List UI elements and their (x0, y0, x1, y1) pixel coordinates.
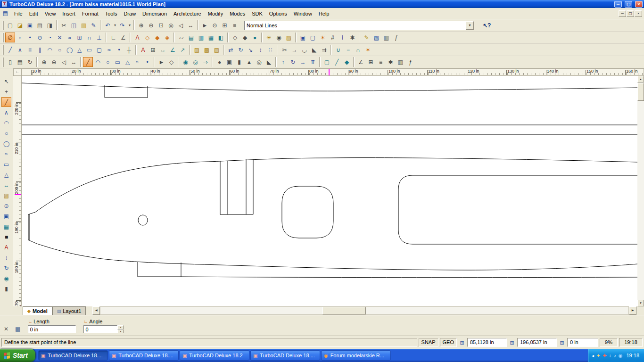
format-painter-icon[interactable]: ✎ (89, 20, 99, 30)
z-coordinate-field[interactable]: 0 in (567, 338, 598, 347)
y-coordinate-icon[interactable]: ⊞ (508, 339, 516, 346)
menu-modes[interactable]: Modes (226, 9, 248, 18)
zoom-window-icon[interactable]: ⊡ (156, 20, 166, 30)
pan-view-icon[interactable]: ↔ (69, 57, 79, 67)
polygon-icon[interactable]: △ (74, 45, 84, 55)
solid-fill-icon[interactable]: ▩ (202, 45, 212, 55)
sketch-line-icon[interactable]: ╱ (1, 97, 11, 107)
cone-icon[interactable]: ▲ (244, 57, 254, 67)
walk-through-icon[interactable]: ⇒ (200, 57, 210, 67)
group-icon[interactable]: ▣ (298, 33, 308, 42)
y-lock-icon[interactable]: ◈ (162, 33, 172, 42)
group-tool-icon[interactable]: ▣ (1, 211, 11, 221)
menu-options[interactable]: Options (266, 9, 290, 18)
measure-icon[interactable]: # (328, 33, 338, 42)
extend-icon[interactable]: → (289, 45, 299, 55)
angle-input[interactable] (83, 325, 117, 333)
sketch-ellipse-icon[interactable]: ◯ (1, 139, 11, 148)
angle-dimension-icon[interactable]: ∠ (168, 45, 178, 55)
selector-icon[interactable]: ► (200, 20, 210, 30)
snap-midpoint-icon[interactable]: • (25, 33, 35, 42)
combo-dropdown-icon[interactable]: ▼ (466, 21, 474, 30)
undo-icon[interactable]: ↶ (103, 20, 113, 30)
sketch-arc-icon[interactable]: ◠ (1, 118, 11, 128)
rotate-tool-icon[interactable]: ↻ (1, 263, 11, 273)
menu-window[interactable]: Window (290, 9, 315, 18)
mdi-close-button[interactable]: × (635, 10, 642, 17)
part-explode-icon[interactable]: ✶ (363, 45, 373, 55)
menu-insert[interactable]: Insert (59, 9, 79, 18)
messenger-icon[interactable]: ◉ (619, 353, 623, 358)
grid-toggle-icon[interactable]: ⊞ (220, 20, 230, 30)
network-icon[interactable]: ↕ (609, 353, 611, 358)
pan-icon[interactable]: ↔ (186, 20, 196, 30)
new-icon[interactable]: ▢ (5, 20, 15, 30)
length-input[interactable] (28, 325, 76, 333)
array-icon[interactable]: ∷ (265, 45, 275, 55)
extrude-icon[interactable]: ↑ (278, 57, 288, 67)
leader-icon[interactable]: ↗ (178, 45, 188, 55)
drawing-setup-icon[interactable]: ✱ (347, 33, 357, 42)
edit-node-icon[interactable]: + (1, 87, 11, 97)
taskbar-button[interactable]: ▣TurboCAD Deluxe 18.... (250, 350, 320, 361)
vertical-scrollbar[interactable]: ▲ ▼ (637, 76, 644, 306)
measure-tool-icon[interactable]: ∠ (356, 57, 366, 67)
coord-lock-icon[interactable]: ◇ (142, 33, 152, 42)
upper-panel-curve[interactable] (22, 83, 637, 91)
inspector-close-icon[interactable]: ✕ (4, 326, 8, 332)
wheel-hole[interactable] (138, 215, 148, 225)
multiline-icon[interactable]: ≡ (25, 45, 35, 55)
construction-line-icon[interactable]: ┼ (124, 45, 134, 55)
polygon-tool-icon[interactable]: △ (123, 57, 132, 67)
gradient-fill-icon[interactable]: ▧ (212, 45, 222, 55)
scroll-left-button[interactable]: ◀ (92, 306, 100, 315)
double-line-icon[interactable]: ∥ (35, 45, 45, 55)
explode-icon[interactable]: ✶ (318, 33, 328, 42)
move-tool-icon[interactable]: ↕ (1, 253, 11, 263)
box-tool-icon[interactable]: ▭ (113, 57, 123, 67)
restore-button[interactable]: ▢ (625, 1, 632, 8)
menu-edit[interactable]: Edit (26, 9, 41, 18)
snap-intersection-icon[interactable]: ✕ (55, 33, 65, 42)
text-tool-icon[interactable]: A (1, 242, 11, 252)
fuselage-bottom[interactable] (37, 244, 637, 270)
menu-help[interactable]: Help (315, 9, 333, 18)
rectangle-icon[interactable]: ▭ (84, 45, 94, 55)
point-tool-icon[interactable]: • (142, 57, 152, 67)
open-icon[interactable]: ◪ (15, 20, 25, 30)
horizontal-scrollbar[interactable] (100, 306, 629, 315)
scroll-down-button[interactable]: ▼ (637, 300, 644, 306)
scroll-right-button[interactable]: ▶ (629, 306, 636, 315)
select-icon[interactable]: ↖ (1, 76, 11, 86)
model-space-icon[interactable]: ▤ (15, 57, 25, 67)
mdi-restore-button[interactable]: ▢ (627, 10, 634, 17)
shaded-render-icon[interactable]: ● (250, 33, 260, 42)
text-icon[interactable]: A (138, 45, 148, 55)
loft-icon[interactable]: ⇈ (308, 57, 318, 67)
cad-drawing[interactable] (22, 76, 637, 306)
line-style-combo[interactable]: Normal Lines ▼ (244, 21, 474, 30)
rounded-rectangle-icon[interactable]: ▢ (94, 45, 104, 55)
point-icon[interactable]: • (114, 45, 124, 55)
database-icon[interactable]: ▥ (381, 33, 391, 42)
z-coordinate-icon[interactable]: ⊞ (558, 339, 566, 346)
minimize-button[interactable]: ─ (614, 1, 622, 8)
polar-mode-icon[interactable]: ∠ (118, 33, 128, 42)
arc-icon[interactable]: ◠ (45, 45, 55, 55)
save-icon[interactable]: ▣ (25, 20, 35, 30)
ungroup-icon[interactable]: ▢ (308, 33, 318, 42)
snap-toggle-icon[interactable]: ⊙ (210, 20, 220, 30)
fillet-icon[interactable]: ◡ (299, 45, 309, 55)
menu-sdk[interactable]: SDK (248, 9, 266, 18)
fuselage-top[interactable] (35, 158, 637, 212)
circle-tool-icon[interactable]: ○ (103, 57, 113, 67)
spin-down-button[interactable]: ▾ (117, 329, 124, 334)
mirror-icon[interactable]: ⇄ (226, 45, 236, 55)
tab-model[interactable]: ◆Model (23, 306, 52, 315)
zoom-extents-icon[interactable]: ◎ (166, 20, 176, 30)
format-properties-icon[interactable]: ▧ (372, 33, 381, 42)
node-select-icon[interactable]: ◇ (166, 57, 176, 67)
snap-perpendicular-icon[interactable]: ⊥ (94, 33, 104, 42)
x-lock-icon[interactable]: ◆ (152, 33, 162, 42)
database-tool-icon[interactable]: ▥ (396, 57, 405, 67)
